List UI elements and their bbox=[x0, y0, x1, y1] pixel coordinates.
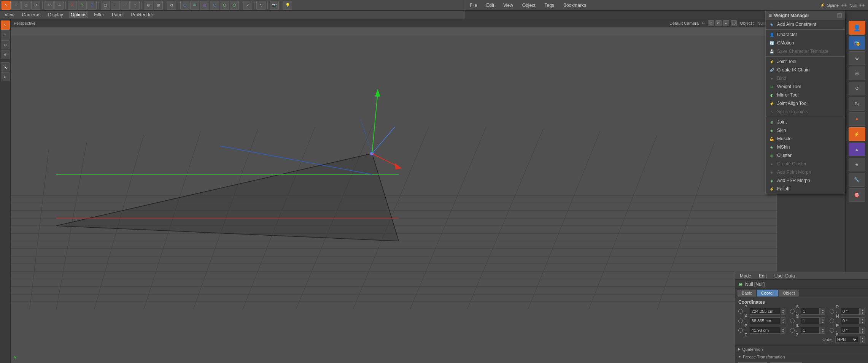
menu-prorender[interactable]: ProRender bbox=[130, 11, 155, 18]
right-icon-weight[interactable]: ↺ bbox=[849, 82, 865, 95]
right-icon-morph[interactable]: ▲ bbox=[849, 143, 865, 156]
menu-panel[interactable]: Panel bbox=[110, 11, 125, 18]
menu-edit[interactable]: Edit bbox=[485, 2, 496, 9]
menu-view[interactable]: View bbox=[3, 11, 16, 18]
rh-radio[interactable] bbox=[830, 309, 834, 314]
x-axis-icon[interactable]: X bbox=[68, 1, 77, 10]
undo-icon[interactable]: ↩ bbox=[45, 1, 54, 10]
right-icon-align[interactable]: ⚡ bbox=[849, 127, 865, 141]
sy-input[interactable] bbox=[801, 317, 820, 324]
py-input[interactable] bbox=[750, 317, 780, 324]
pz-input[interactable] bbox=[750, 327, 780, 334]
object-mode-icon[interactable]: ◎ bbox=[101, 1, 110, 10]
select-tool[interactable]: ↖ bbox=[1, 21, 10, 30]
viewport-nav-3[interactable]: ↔ bbox=[723, 20, 729, 26]
edge-mode-icon[interactable]: ⌐ bbox=[121, 1, 130, 10]
menu-falloff[interactable]: ⚡ Falloff bbox=[766, 185, 845, 193]
menu-file[interactable]: File bbox=[468, 2, 479, 9]
pz-spin[interactable]: ▲▼ bbox=[781, 327, 785, 334]
knife-tool[interactable]: 🔪 bbox=[1, 62, 10, 71]
poly-mode-icon[interactable]: □ bbox=[130, 1, 140, 10]
menu-cluster[interactable]: ◎ Cluster bbox=[766, 151, 845, 160]
menu-options[interactable]: Options bbox=[69, 11, 88, 18]
rp-spin[interactable]: ▲▼ bbox=[860, 317, 865, 324]
right-icon-p0[interactable]: P₀ bbox=[849, 97, 865, 111]
rb-radio[interactable] bbox=[830, 328, 834, 333]
sy-spin[interactable]: ▲▼ bbox=[820, 317, 825, 324]
redo-icon[interactable]: ↪ bbox=[54, 1, 64, 10]
menu-right-view[interactable]: View bbox=[502, 2, 515, 9]
right-icon-skin[interactable]: ◎ bbox=[849, 67, 865, 80]
sz-radio[interactable] bbox=[790, 328, 795, 333]
cursor-icon[interactable]: ↖ bbox=[2, 1, 11, 10]
tab-basic[interactable]: Basic bbox=[738, 290, 756, 296]
px-spin[interactable]: ▲▼ bbox=[781, 308, 785, 315]
tab-coord[interactable]: Coord. bbox=[757, 290, 778, 296]
order-select[interactable]: HPB PHB BHP bbox=[835, 336, 858, 343]
right-icon-cmotion[interactable]: 🎭 bbox=[849, 36, 865, 50]
quaternion-section[interactable]: ▶ Quaternion bbox=[735, 345, 868, 353]
rb-input[interactable] bbox=[841, 327, 860, 334]
py-radio[interactable] bbox=[738, 319, 743, 323]
deform-icon[interactable]: ⬡ bbox=[210, 1, 219, 10]
rp-radio[interactable] bbox=[830, 319, 834, 323]
right-icon-falloff[interactable]: 🔧 bbox=[849, 173, 865, 187]
menu-filter[interactable]: Filter bbox=[92, 11, 106, 18]
live-selection-icon[interactable]: ⊙ bbox=[144, 1, 153, 10]
props-userdata-menu[interactable]: User Data bbox=[773, 273, 796, 279]
rotate-left-tool[interactable]: ↺ bbox=[1, 50, 10, 59]
camera-icon[interactable]: 📷 bbox=[270, 1, 279, 10]
menu-cmotion[interactable]: 🔄 CMotion bbox=[766, 39, 845, 47]
point-mode-icon[interactable]: · bbox=[111, 1, 120, 10]
rh-input[interactable] bbox=[841, 308, 860, 315]
lasso-icon[interactable]: ◎ bbox=[200, 1, 209, 10]
rb-spin[interactable]: ▲▼ bbox=[860, 327, 865, 334]
viewport-nav-1[interactable]: ⊡ bbox=[708, 20, 714, 26]
sz-input[interactable] bbox=[801, 327, 820, 334]
dropdown-close[interactable] bbox=[837, 13, 842, 18]
rect-selection-icon[interactable]: ⊞ bbox=[154, 1, 163, 10]
rh-spin[interactable]: ▲▼ bbox=[860, 308, 865, 315]
props-edit-menu[interactable]: Edit bbox=[757, 273, 768, 279]
right-icon-misc[interactable]: 🎯 bbox=[849, 188, 865, 202]
viewport-nav-2[interactable]: ↺ bbox=[715, 20, 722, 26]
light-icon[interactable]: 💡 bbox=[283, 1, 292, 10]
menu-tags[interactable]: Tags bbox=[543, 2, 556, 9]
menu-mskin[interactable]: ◈ MSkin bbox=[766, 143, 845, 151]
cube-icon[interactable]: ⬡ bbox=[180, 1, 189, 10]
menu-bookmarks[interactable]: Bookmarks bbox=[562, 2, 588, 9]
menu-create-cluster[interactable]: ● Create Cluster bbox=[766, 160, 845, 168]
menu-mirror-tool[interactable]: ◐ Mirror Tool bbox=[766, 91, 845, 99]
sx-radio[interactable] bbox=[790, 309, 795, 314]
menu-aim-constraint[interactable]: ◈ Add Aim Constraint bbox=[766, 20, 845, 29]
terrain-icon[interactable]: ⟋ bbox=[243, 1, 252, 10]
move-left-tool[interactable]: + bbox=[1, 30, 10, 40]
sx-spin[interactable]: ▲▼ bbox=[820, 308, 825, 315]
z-axis-icon[interactable]: Z bbox=[87, 1, 97, 10]
menu-bind[interactable]: ● Bind bbox=[766, 74, 845, 82]
px-input[interactable] bbox=[750, 308, 780, 315]
menu-create-chain[interactable]: 🔗 Create IK Chain bbox=[766, 66, 845, 74]
right-icon-spot[interactable]: ● bbox=[849, 112, 865, 126]
px-radio[interactable] bbox=[738, 309, 743, 314]
menu-cameras[interactable]: Cameras bbox=[21, 11, 42, 18]
menu-joint[interactable]: ⊕ Joint bbox=[766, 118, 845, 126]
move-icon[interactable]: + bbox=[11, 1, 21, 10]
py-spin[interactable]: ▲▼ bbox=[781, 317, 785, 324]
sy-radio[interactable] bbox=[790, 319, 795, 323]
settings-icon[interactable]: ⚙ bbox=[167, 1, 176, 10]
scale-icon[interactable]: ⊡ bbox=[21, 1, 30, 10]
y-axis-icon[interactable]: Y bbox=[78, 1, 87, 10]
sx-input[interactable] bbox=[801, 308, 820, 315]
tab-object[interactable]: Object bbox=[779, 290, 799, 296]
menu-save-template[interactable]: 💾 Save Character Template bbox=[766, 47, 845, 55]
menu-character[interactable]: 👤 Character bbox=[766, 30, 845, 39]
menu-weight-tool[interactable]: ⚖ Weight Tool bbox=[766, 82, 845, 91]
rotate-icon[interactable]: ↺ bbox=[31, 1, 40, 10]
array-icon[interactable]: ⬡ bbox=[220, 1, 229, 10]
viewport-nav-4[interactable]: ⛶ bbox=[731, 20, 737, 26]
menu-display[interactable]: Display bbox=[46, 11, 64, 18]
canvas-area[interactable]: Y bbox=[11, 27, 777, 363]
order-spin[interactable]: ▲▼ bbox=[860, 336, 865, 343]
sz-spin[interactable]: ▲▼ bbox=[820, 327, 825, 334]
